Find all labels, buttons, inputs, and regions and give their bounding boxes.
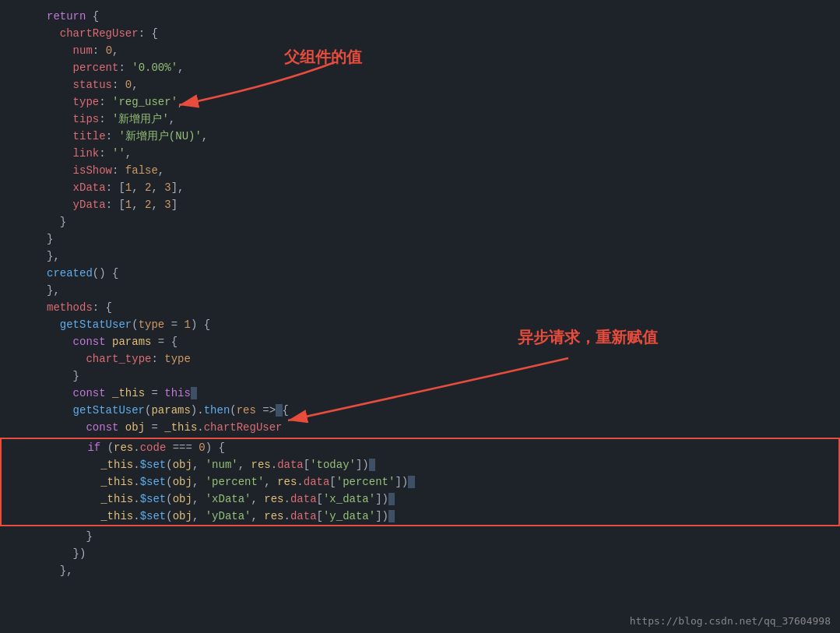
- code-line: getStatUser(type = 1) {: [0, 316, 840, 333]
- code-line: status: 0,: [0, 76, 840, 93]
- footer-url: https://blog.csdn.net/qq_37604998: [630, 615, 831, 627]
- highlighted-code-block: if (res.code === 0) { _this.$set(obj, 'n…: [0, 438, 840, 526]
- code-line: }: [0, 528, 840, 545]
- code-line: }: [0, 230, 840, 248]
- code-line: created() {: [0, 265, 840, 282]
- code-editor: return { chartRegUser: { num: 0, percent…: [0, 0, 840, 633]
- code-line: }: [0, 213, 840, 230]
- code-line: }): [0, 545, 840, 562]
- code-line: getStatUser(params).then(res => {: [0, 402, 840, 419]
- code-line: },: [0, 562, 840, 579]
- code-line: isShow: false,: [0, 162, 840, 179]
- code-line: },: [0, 248, 840, 265]
- code-line: chart_type: type: [0, 350, 840, 367]
- code-line: yData: [1, 2, 3]: [0, 196, 840, 213]
- code-line: percent: '0.00%',: [0, 59, 840, 76]
- code-line: xData: [1, 2, 3],: [0, 179, 840, 196]
- code-line-type: type: 'reg_user',: [0, 93, 840, 111]
- code-line: link: '',: [0, 145, 840, 162]
- code-line: }: [0, 367, 840, 385]
- code-line: return {: [0, 8, 840, 25]
- code-line: title: '新增用户(NU)',: [0, 128, 840, 145]
- code-line: _this.$set(obj, 'num', res.data['today']…: [2, 456, 838, 473]
- code-line: _this.$set(obj, 'percent', res.data['per…: [2, 473, 838, 491]
- code-line: tips: '新增用户',: [0, 111, 840, 128]
- code-line: num: 0,: [0, 42, 840, 59]
- code-line: },: [0, 282, 840, 299]
- code-line: methods: {: [0, 299, 840, 316]
- code-line: if (res.code === 0) {: [2, 439, 838, 456]
- code-line: _this.$set(obj, 'yData', res.data['y_dat…: [2, 508, 838, 525]
- code-line: _this.$set(obj, 'xData', res.data['x_dat…: [2, 491, 838, 508]
- code-line: const params = {: [0, 333, 840, 350]
- code-line: chartRegUser: {: [0, 25, 840, 42]
- code-line: const _this = this: [0, 385, 840, 402]
- code-line: const obj = _this.chartRegUser: [0, 419, 840, 436]
